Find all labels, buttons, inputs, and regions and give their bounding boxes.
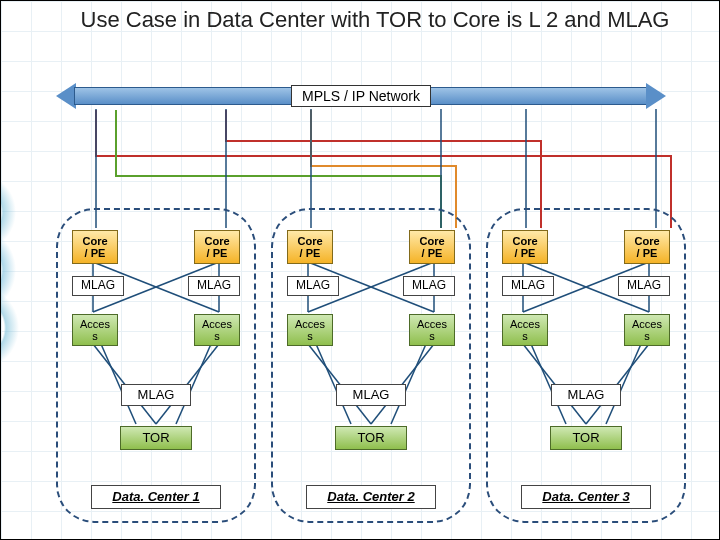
mlag-label: MLAG xyxy=(287,276,339,296)
slide-title: Use Case in Data Center with TOR to Core… xyxy=(61,7,689,32)
core-pe-node: Core / PE xyxy=(194,230,240,264)
decorative-wave xyxy=(0,0,36,540)
core-pe-node: Core / PE xyxy=(287,230,333,264)
arrow-left-icon xyxy=(56,83,76,109)
access-node: Acces s xyxy=(502,314,548,346)
access-node: Acces s xyxy=(194,314,240,346)
core-pe-node: Core / PE xyxy=(72,230,118,264)
datacenter-1: Core / PE Core / PE MLAG MLAG Acces s Ac… xyxy=(56,208,256,523)
datacenter-label: Data. Center 1 xyxy=(91,485,221,509)
core-pe-node: Core / PE xyxy=(502,230,548,264)
datacenter-label: Data. Center 3 xyxy=(521,485,651,509)
tor-node: TOR xyxy=(120,426,192,450)
mlag-label: MLAG xyxy=(72,276,124,296)
mpls-network-bar: MPLS / IP Network xyxy=(56,83,666,109)
core-pe-node: Core / PE xyxy=(409,230,455,264)
access-node: Acces s xyxy=(287,314,333,346)
access-node: Acces s xyxy=(409,314,455,346)
mlag-label: MLAG xyxy=(336,384,406,406)
mlag-label: MLAG xyxy=(188,276,240,296)
mlag-label: MLAG xyxy=(121,384,191,406)
arrow-right-icon xyxy=(646,83,666,109)
core-pe-node: Core / PE xyxy=(624,230,670,264)
mlag-label: MLAG xyxy=(403,276,455,296)
datacenter-label: Data. Center 2 xyxy=(306,485,436,509)
tor-node: TOR xyxy=(550,426,622,450)
mlag-label: MLAG xyxy=(502,276,554,296)
mlag-label: MLAG xyxy=(618,276,670,296)
datacenter-2: Core / PE Core / PE MLAG MLAG Acces s Ac… xyxy=(271,208,471,523)
access-node: Acces s xyxy=(624,314,670,346)
mlag-label: MLAG xyxy=(551,384,621,406)
mpls-label: MPLS / IP Network xyxy=(291,85,431,107)
access-node: Acces s xyxy=(72,314,118,346)
tor-node: TOR xyxy=(335,426,407,450)
datacenter-3: Core / PE Core / PE MLAG MLAG Acces s Ac… xyxy=(486,208,686,523)
